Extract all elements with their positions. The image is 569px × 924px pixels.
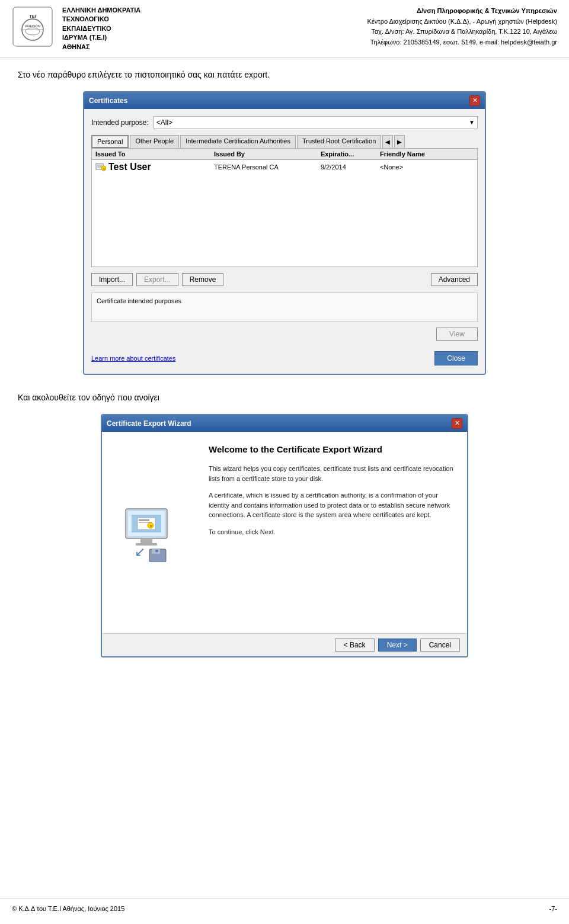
main-content: Στο νέο παράθυρο επιλέγετε το πιστοποιητ… <box>0 58 569 687</box>
org-line3: ΕΚΠΑΙΔΕΥΤΙΚΟ <box>62 24 224 33</box>
remove-button[interactable]: Remove <box>182 273 224 286</box>
cert-list-body: ★ Test User TERENA Personal CA 9/2/2014 … <box>92 160 477 267</box>
org-info: ΕΛΛΗΝΙΚΗ ΔΗΜΟΚΡΑΤΙΑ ΤΕΧΝΟΛΟΓΙΚΟ ΕΚΠΑΙΔΕΥ… <box>62 6 224 52</box>
wizard-desc2: A certificate, which is issued by a cert… <box>209 490 455 520</box>
dialog-title: Certificates <box>89 97 127 105</box>
certificates-dialog: Certificates ✕ Intended purpose: <All> ▼… <box>83 91 486 375</box>
wizard-welcome-title: Welcome to the Certificate Export Wizard <box>209 444 455 455</box>
import-button[interactable]: Import... <box>91 273 133 286</box>
col-issued-to: Issued To <box>95 150 214 158</box>
svg-rect-14 <box>140 538 152 543</box>
svg-rect-8 <box>97 166 102 168</box>
cert-tabs: Personal Other People Intermediate Certi… <box>91 135 478 148</box>
view-button[interactable]: View <box>436 328 478 341</box>
dialog-body: Intended purpose: <All> ▼ Personal Other… <box>84 109 485 374</box>
wizard-titlebar: Certificate Export Wizard ✕ <box>102 415 467 432</box>
intended-purpose-label: Intended purpose: <box>91 118 149 127</box>
svg-text:★: ★ <box>149 524 152 528</box>
close-button[interactable]: Close <box>434 351 478 365</box>
wizard-dialog: Certificate Export Wizard ✕ <box>101 414 468 657</box>
intended-purpose-dropdown[interactable]: <All> ▼ <box>154 116 478 129</box>
wizard-desc1: This wizard helps you copy certificates,… <box>209 464 455 483</box>
action-buttons: Import... Export... Remove Advanced <box>91 273 478 286</box>
footer-left: © Κ.Δ.Δ του Τ.Ε.Ι Αθήνας, Ιούνιος 2015 <box>12 905 124 912</box>
intended-purpose-value: <All> <box>156 118 172 127</box>
cert-purposes-section: Certificate intended purposes <box>91 292 478 322</box>
dept-title: Δ/νση Πληροφορικής & Τεχνικών Υπηρεσιών <box>233 6 557 17</box>
cert-row[interactable]: ★ Test User TERENA Personal CA 9/2/2014 … <box>92 160 477 174</box>
tab-trusted-root[interactable]: Trusted Root Certification <box>297 135 381 148</box>
wizard-dialog-container: Certificate Export Wizard ✕ <box>83 414 486 657</box>
wizard-body: ★ ↙ Welcome to the Certificate Export Wi… <box>102 432 467 633</box>
col-expiration: Expiratio... <box>321 150 380 158</box>
tab-personal[interactable]: Personal <box>91 135 129 148</box>
back-button[interactable]: < Back <box>335 639 375 652</box>
cert-issued-by: TERENA Personal CA <box>214 163 321 171</box>
cert-list-header: Issued To Issued By Expiratio... Friendl… <box>92 149 477 160</box>
svg-rect-17 <box>139 519 149 521</box>
view-row: View <box>91 328 478 341</box>
tab-scroll-right[interactable]: ▶ <box>394 135 405 148</box>
dept-phone: Τηλέφωνο: 2105385149, εσωτ. 5149, e-mail… <box>233 37 557 48</box>
intro-text: Στο νέο παράθυρο επιλέγετε το πιστοποιητ… <box>18 70 551 79</box>
svg-rect-7 <box>97 165 102 166</box>
wizard-close-button[interactable]: ✕ <box>452 418 462 429</box>
col-friendly-name: Friendly Name <box>380 150 474 158</box>
cert-icon: ★ <box>95 162 106 172</box>
tab-intermediate-ca[interactable]: Intermediate Certification Authorities <box>180 135 296 148</box>
wizard-icon-area: ★ ↙ <box>123 438 176 627</box>
wizard-title: Certificate Export Wizard <box>107 419 191 428</box>
dialog-footer: Learn more about certificates Close <box>91 346 478 367</box>
advanced-button[interactable]: Advanced <box>431 273 478 286</box>
section-text: Και ακολουθείτε τον οδηγό που ανοίγει <box>18 393 551 402</box>
export-button[interactable]: Export... <box>136 273 178 286</box>
cert-issued-to: ★ Test User <box>95 162 214 172</box>
svg-text:ΤΕΙ: ΤΕΙ <box>30 14 36 18</box>
org-line1: ΕΛΛΗΝΙΚΗ ΔΗΜΟΚΡΑΤΙΑ <box>62 6 224 15</box>
org-line2: ΤΕΧΝΟΛΟΓΙΚΟ <box>62 15 224 24</box>
dept-sub: Κέντρο Διαχείρισης Δικτύου (Κ.Δ.Δ), - Αρ… <box>233 17 557 27</box>
dept-info: Δ/νση Πληροφορικής & Τεχνικών Υπηρεσιών … <box>233 6 557 47</box>
tab-scroll-left[interactable]: ◀ <box>382 135 393 148</box>
cert-purposes-label: Certificate intended purposes <box>97 297 472 304</box>
cert-expiration: 9/2/2014 <box>321 163 380 171</box>
dialog-close-button[interactable]: ✕ <box>469 95 480 106</box>
tab-other-people[interactable]: Other People <box>130 135 179 148</box>
cert-friendly-name: <None> <box>380 163 474 171</box>
certificates-dialog-container: Certificates ✕ Intended purpose: <All> ▼… <box>83 91 486 375</box>
page-footer: © Κ.Δ.Δ του Τ.Ε.Ι Αθήνας, Ιούνιος 2015 -… <box>0 899 569 918</box>
svg-rect-24 <box>155 550 158 552</box>
learn-more-link[interactable]: Learn more about certificates <box>91 355 175 362</box>
svg-text:↙: ↙ <box>135 544 145 559</box>
wizard-footer: < Back Next > Cancel <box>102 633 467 656</box>
wizard-desc3: To continue, click Next. <box>209 527 455 537</box>
wizard-export-icon: ★ ↙ <box>123 503 176 562</box>
dept-address: Ταχ. Δ/νση: Αγ. Σπυρίδωνα & Παλληκαρίδη,… <box>233 27 557 37</box>
org-logo: ΤΕΙ ΑΘΗΝΩΝ <box>12 6 53 47</box>
col-issued-by: Issued By <box>214 150 321 158</box>
page-header: ΤΕΙ ΑΘΗΝΩΝ ΕΛΛΗΝΙΚΗ ΔΗΜΟΚΡΑΤΙΑ ΤΕΧΝΟΛΟΓΙ… <box>0 0 569 58</box>
dialog-titlebar: Certificates ✕ <box>84 92 485 109</box>
footer-right: -7- <box>549 905 557 912</box>
svg-text:ΑΘΗΝΩΝ: ΑΘΗΝΩΝ <box>25 24 40 28</box>
org-line4: ΙΔΡΥΜΑ (Τ.Ε.Ι) <box>62 33 224 42</box>
wizard-right-panel: Welcome to the Certificate Export Wizard… <box>197 432 467 633</box>
intended-purpose-row: Intended purpose: <All> ▼ <box>91 116 478 129</box>
dropdown-arrow-icon: ▼ <box>469 119 475 126</box>
cancel-button[interactable]: Cancel <box>420 639 460 652</box>
wizard-left-panel: ★ ↙ <box>102 432 197 633</box>
cert-list: Issued To Issued By Expiratio... Friendl… <box>91 148 478 267</box>
next-button[interactable]: Next > <box>378 639 417 652</box>
org-line5: ΑΘΗΝΑΣ <box>62 43 224 52</box>
